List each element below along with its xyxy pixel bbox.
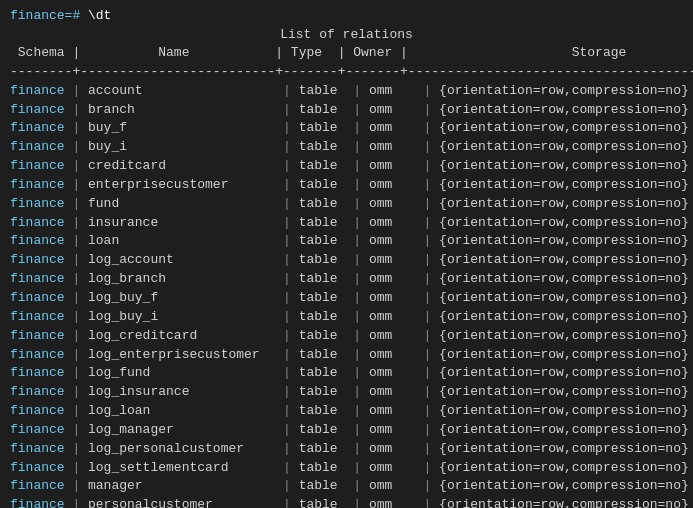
- table-row: finance | log_fund | table | omm | {orie…: [10, 364, 683, 383]
- table-row: finance | personalcustomer | table | omm…: [10, 496, 683, 508]
- table-rows: finance | account | table | omm | {orien…: [10, 82, 683, 508]
- header-title: List of relations: [10, 27, 683, 42]
- table-container: List of relations Schema | Name | Type |…: [10, 27, 683, 508]
- table-row: finance | log_enterprisecustomer | table…: [10, 346, 683, 365]
- table-row: finance | creditcard | table | omm | {or…: [10, 157, 683, 176]
- prompt-text: finance=#: [10, 8, 88, 23]
- table-headers: Schema | Name | Type | Owner | Storage: [10, 44, 683, 63]
- table-row: finance | buy_i | table | omm | {orienta…: [10, 138, 683, 157]
- table-row: finance | log_personalcustomer | table |…: [10, 440, 683, 459]
- table-row: finance | log_buy_f | table | omm | {ori…: [10, 289, 683, 308]
- table-row: finance | loan | table | omm | {orientat…: [10, 232, 683, 251]
- table-row: finance | log_buy_i | table | omm | {ori…: [10, 308, 683, 327]
- table-row: finance | branch | table | omm | {orient…: [10, 101, 683, 120]
- table-row: finance | log_settlementcard | table | o…: [10, 459, 683, 478]
- table-row: finance | insurance | table | omm | {ori…: [10, 214, 683, 233]
- terminal: finance=# \dt List of relations Schema |…: [10, 8, 683, 508]
- table-row: finance | manager | table | omm | {orien…: [10, 477, 683, 496]
- prompt-line: finance=# \dt: [10, 8, 683, 23]
- table-row: finance | account | table | omm | {orien…: [10, 82, 683, 101]
- table-row: finance | fund | table | omm | {orientat…: [10, 195, 683, 214]
- table-row: finance | log_loan | table | omm | {orie…: [10, 402, 683, 421]
- table-row: finance | buy_f | table | omm | {orienta…: [10, 119, 683, 138]
- table-separator: --------+-------------------------+-----…: [10, 63, 683, 82]
- table-row: finance | log_branch | table | omm | {or…: [10, 270, 683, 289]
- table-row: finance | log_creditcard | table | omm |…: [10, 327, 683, 346]
- table-row: finance | log_manager | table | omm | {o…: [10, 421, 683, 440]
- table-row: finance | log_insurance | table | omm | …: [10, 383, 683, 402]
- table-row: finance | enterprisecustomer | table | o…: [10, 176, 683, 195]
- table-row: finance | log_account | table | omm | {o…: [10, 251, 683, 270]
- command-text: \dt: [88, 8, 111, 23]
